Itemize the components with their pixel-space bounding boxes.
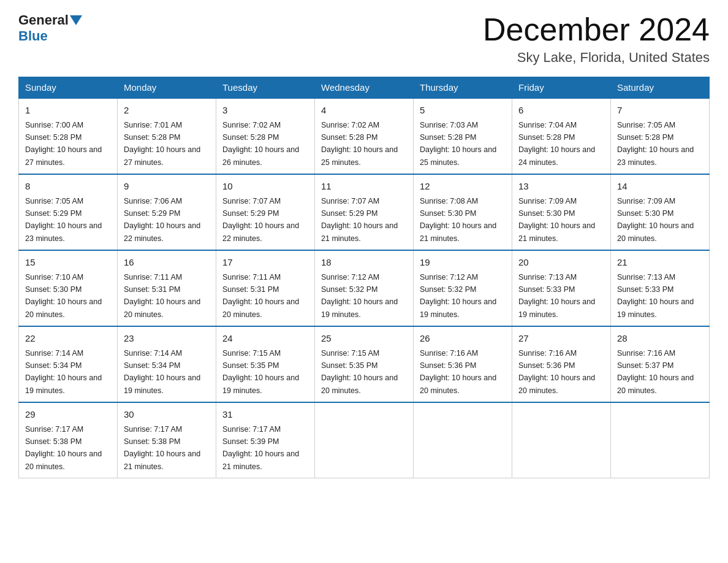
day-info: Sunrise: 7:14 AMSunset: 5:34 PMDaylight:… xyxy=(25,349,102,395)
day-info: Sunrise: 7:03 AMSunset: 5:28 PMDaylight:… xyxy=(420,121,496,167)
day-number: 13 xyxy=(518,180,604,194)
calendar-cell: 31 Sunrise: 7:17 AMSunset: 5:39 PMDaylig… xyxy=(216,402,315,478)
day-info: Sunrise: 7:01 AMSunset: 5:28 PMDaylight:… xyxy=(124,121,200,167)
day-info: Sunrise: 7:04 AMSunset: 5:28 PMDaylight:… xyxy=(518,121,595,167)
calendar-cell xyxy=(611,402,710,478)
calendar-cell: 10 Sunrise: 7:07 AMSunset: 5:29 PMDaylig… xyxy=(216,174,315,250)
logo-arrow-icon xyxy=(70,15,82,25)
day-info: Sunrise: 7:15 AMSunset: 5:35 PMDaylight:… xyxy=(222,349,299,395)
col-header-sunday: Sunday xyxy=(19,77,118,99)
day-number: 19 xyxy=(420,256,506,270)
calendar-cell: 9 Sunrise: 7:06 AMSunset: 5:29 PMDayligh… xyxy=(118,174,216,250)
day-number: 20 xyxy=(518,256,604,270)
month-title: December 2024 xyxy=(483,12,710,47)
col-header-tuesday: Tuesday xyxy=(216,77,315,99)
calendar-header-row: SundayMondayTuesdayWednesdayThursdayFrid… xyxy=(19,77,710,99)
calendar-cell: 1 Sunrise: 7:00 AMSunset: 5:28 PMDayligh… xyxy=(19,98,118,174)
day-info: Sunrise: 7:12 AMSunset: 5:32 PMDaylight:… xyxy=(420,273,496,319)
calendar-cell: 12 Sunrise: 7:08 AMSunset: 5:30 PMDaylig… xyxy=(414,174,512,250)
day-info: Sunrise: 7:05 AMSunset: 5:29 PMDaylight:… xyxy=(25,197,102,243)
location-subtitle: Sky Lake, Florida, United States xyxy=(483,50,710,66)
day-number: 27 xyxy=(518,332,604,346)
calendar-week-row: 22 Sunrise: 7:14 AMSunset: 5:34 PMDaylig… xyxy=(19,326,710,402)
calendar-cell: 14 Sunrise: 7:09 AMSunset: 5:30 PMDaylig… xyxy=(611,174,710,250)
calendar-cell: 13 Sunrise: 7:09 AMSunset: 5:30 PMDaylig… xyxy=(512,174,611,250)
day-number: 31 xyxy=(222,408,308,422)
calendar-cell: 5 Sunrise: 7:03 AMSunset: 5:28 PMDayligh… xyxy=(414,98,512,174)
col-header-wednesday: Wednesday xyxy=(315,77,414,99)
day-info: Sunrise: 7:02 AMSunset: 5:28 PMDaylight:… xyxy=(222,121,299,167)
calendar-cell xyxy=(512,402,611,478)
day-info: Sunrise: 7:08 AMSunset: 5:30 PMDaylight:… xyxy=(420,197,496,243)
calendar-week-row: 15 Sunrise: 7:10 AMSunset: 5:30 PMDaylig… xyxy=(19,250,710,326)
calendar-cell: 6 Sunrise: 7:04 AMSunset: 5:28 PMDayligh… xyxy=(512,98,611,174)
day-number: 22 xyxy=(25,332,111,346)
logo-general-text: General xyxy=(18,12,69,28)
calendar-cell: 25 Sunrise: 7:15 AMSunset: 5:35 PMDaylig… xyxy=(315,326,414,402)
day-info: Sunrise: 7:10 AMSunset: 5:30 PMDaylight:… xyxy=(25,273,102,319)
day-number: 14 xyxy=(617,180,703,194)
logo-blue-text: Blue xyxy=(18,28,48,44)
logo: General Blue xyxy=(18,12,83,44)
page-header: General Blue December 2024 Sky Lake, Flo… xyxy=(18,12,710,66)
day-info: Sunrise: 7:02 AMSunset: 5:28 PMDaylight:… xyxy=(321,121,398,167)
day-info: Sunrise: 7:11 AMSunset: 5:31 PMDaylight:… xyxy=(222,273,299,319)
calendar-table: SundayMondayTuesdayWednesdayThursdayFrid… xyxy=(18,77,710,478)
calendar-cell xyxy=(414,402,512,478)
calendar-cell: 24 Sunrise: 7:15 AMSunset: 5:35 PMDaylig… xyxy=(216,326,315,402)
day-info: Sunrise: 7:16 AMSunset: 5:36 PMDaylight:… xyxy=(420,349,496,395)
day-number: 15 xyxy=(25,256,111,270)
day-info: Sunrise: 7:07 AMSunset: 5:29 PMDaylight:… xyxy=(222,197,299,243)
calendar-cell: 30 Sunrise: 7:17 AMSunset: 5:38 PMDaylig… xyxy=(118,402,216,478)
day-number: 23 xyxy=(124,332,210,346)
day-info: Sunrise: 7:17 AMSunset: 5:38 PMDaylight:… xyxy=(124,425,200,471)
calendar-cell: 3 Sunrise: 7:02 AMSunset: 5:28 PMDayligh… xyxy=(216,98,315,174)
day-number: 30 xyxy=(124,408,210,422)
calendar-cell: 22 Sunrise: 7:14 AMSunset: 5:34 PMDaylig… xyxy=(19,326,118,402)
calendar-cell: 20 Sunrise: 7:13 AMSunset: 5:33 PMDaylig… xyxy=(512,250,611,326)
day-number: 6 xyxy=(518,104,604,118)
day-info: Sunrise: 7:16 AMSunset: 5:37 PMDaylight:… xyxy=(617,349,694,395)
day-info: Sunrise: 7:13 AMSunset: 5:33 PMDaylight:… xyxy=(617,273,694,319)
day-number: 11 xyxy=(321,180,407,194)
day-number: 7 xyxy=(617,104,703,118)
col-header-saturday: Saturday xyxy=(611,77,710,99)
day-info: Sunrise: 7:09 AMSunset: 5:30 PMDaylight:… xyxy=(617,197,694,243)
day-info: Sunrise: 7:12 AMSunset: 5:32 PMDaylight:… xyxy=(321,273,398,319)
calendar-cell: 23 Sunrise: 7:14 AMSunset: 5:34 PMDaylig… xyxy=(118,326,216,402)
day-number: 12 xyxy=(420,180,506,194)
day-number: 9 xyxy=(124,180,210,194)
day-number: 16 xyxy=(124,256,210,270)
day-info: Sunrise: 7:14 AMSunset: 5:34 PMDaylight:… xyxy=(124,349,200,395)
day-info: Sunrise: 7:00 AMSunset: 5:28 PMDaylight:… xyxy=(25,121,102,167)
calendar-cell: 8 Sunrise: 7:05 AMSunset: 5:29 PMDayligh… xyxy=(19,174,118,250)
col-header-thursday: Thursday xyxy=(414,77,512,99)
calendar-week-row: 8 Sunrise: 7:05 AMSunset: 5:29 PMDayligh… xyxy=(19,174,710,250)
day-info: Sunrise: 7:17 AMSunset: 5:39 PMDaylight:… xyxy=(222,425,299,471)
calendar-cell: 29 Sunrise: 7:17 AMSunset: 5:38 PMDaylig… xyxy=(19,402,118,478)
day-info: Sunrise: 7:17 AMSunset: 5:38 PMDaylight:… xyxy=(25,425,102,471)
day-info: Sunrise: 7:13 AMSunset: 5:33 PMDaylight:… xyxy=(518,273,595,319)
day-number: 18 xyxy=(321,256,407,270)
calendar-cell xyxy=(315,402,414,478)
calendar-cell: 28 Sunrise: 7:16 AMSunset: 5:37 PMDaylig… xyxy=(611,326,710,402)
day-info: Sunrise: 7:11 AMSunset: 5:31 PMDaylight:… xyxy=(124,273,200,319)
calendar-cell: 26 Sunrise: 7:16 AMSunset: 5:36 PMDaylig… xyxy=(414,326,512,402)
calendar-cell: 2 Sunrise: 7:01 AMSunset: 5:28 PMDayligh… xyxy=(118,98,216,174)
day-info: Sunrise: 7:16 AMSunset: 5:36 PMDaylight:… xyxy=(518,349,595,395)
day-info: Sunrise: 7:09 AMSunset: 5:30 PMDaylight:… xyxy=(518,197,595,243)
day-number: 2 xyxy=(124,104,210,118)
title-section: December 2024 Sky Lake, Florida, United … xyxy=(483,12,710,66)
col-header-friday: Friday xyxy=(512,77,611,99)
calendar-cell: 17 Sunrise: 7:11 AMSunset: 5:31 PMDaylig… xyxy=(216,250,315,326)
calendar-cell: 18 Sunrise: 7:12 AMSunset: 5:32 PMDaylig… xyxy=(315,250,414,326)
day-number: 10 xyxy=(222,180,308,194)
day-number: 29 xyxy=(25,408,111,422)
day-number: 5 xyxy=(420,104,506,118)
day-info: Sunrise: 7:15 AMSunset: 5:35 PMDaylight:… xyxy=(321,349,398,395)
day-info: Sunrise: 7:06 AMSunset: 5:29 PMDaylight:… xyxy=(124,197,200,243)
calendar-week-row: 1 Sunrise: 7:00 AMSunset: 5:28 PMDayligh… xyxy=(19,98,710,174)
calendar-cell: 7 Sunrise: 7:05 AMSunset: 5:28 PMDayligh… xyxy=(611,98,710,174)
calendar-cell: 11 Sunrise: 7:07 AMSunset: 5:29 PMDaylig… xyxy=(315,174,414,250)
day-number: 17 xyxy=(222,256,308,270)
